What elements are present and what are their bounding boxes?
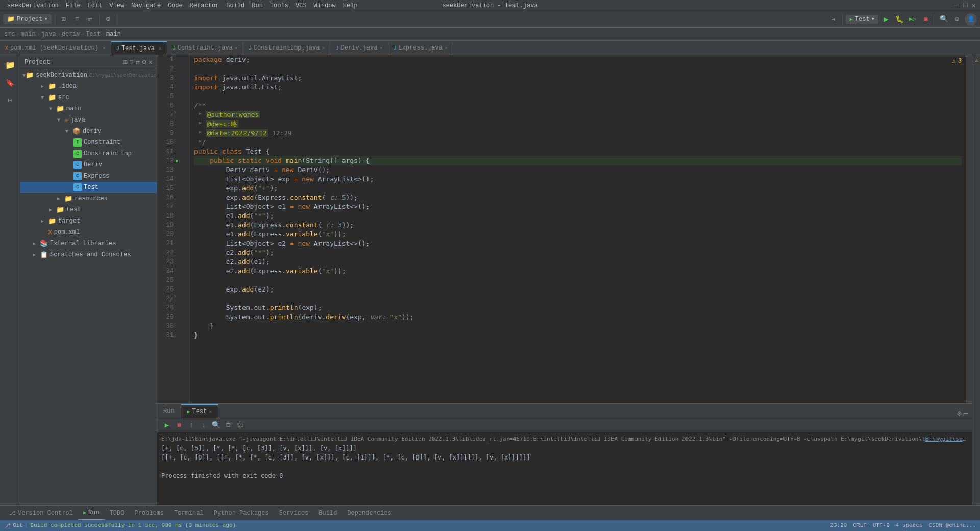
tree-item-test-folder[interactable]: ▶ 📁 test bbox=[20, 204, 157, 215]
stop-bottom-button[interactable]: ■ bbox=[174, 420, 185, 431]
sidebar-btn-3[interactable]: ⇄ bbox=[136, 58, 140, 66]
tree-item-constraintimp[interactable]: C ConstraintImp bbox=[20, 148, 157, 159]
tree-item-express[interactable]: C Express bbox=[20, 171, 157, 182]
run-gutter-icon[interactable]: ▶ bbox=[176, 158, 184, 164]
toolbar-btn-3[interactable]: ⇄ bbox=[85, 14, 96, 25]
csdn-link[interactable]: CSDN @china... bbox=[929, 522, 976, 528]
menu-item-vcs[interactable]: VCS bbox=[292, 1, 310, 10]
menu-item-refactor[interactable]: Refactor bbox=[187, 1, 223, 10]
code-content[interactable]: package deriv; import java.util.ArrayLis… bbox=[190, 55, 966, 403]
toolbar-btn-4[interactable]: ⚙ bbox=[103, 14, 114, 25]
breadcrumb-main[interactable]: main bbox=[21, 31, 36, 38]
menu-item-edit[interactable]: Edit bbox=[85, 1, 106, 10]
close-bottom-tab-icon[interactable]: ✕ bbox=[209, 408, 212, 415]
status-tab-dependencies[interactable]: Dependencies bbox=[342, 506, 396, 520]
run-button[interactable]: ▶ bbox=[880, 14, 892, 25]
tree-item-constraint[interactable]: I Constraint bbox=[20, 137, 157, 148]
tree-item-main[interactable]: ▼ 📁 main bbox=[20, 103, 157, 114]
toolbar-btn-2[interactable]: ≡ bbox=[71, 14, 83, 25]
tree-item-target[interactable]: ▶ 📁 target bbox=[20, 215, 157, 227]
bottom-tab-run[interactable]: Run bbox=[157, 404, 181, 418]
tree-item-deriv-pkg[interactable]: ▼ 📦 deriv bbox=[20, 126, 157, 137]
run-with-coverage-button[interactable]: ▶▷ bbox=[907, 14, 918, 25]
tab-constraintimp[interactable]: J ConstraintImp.java ✕ bbox=[243, 41, 331, 55]
status-tab-terminal[interactable]: Terminal bbox=[169, 506, 209, 520]
close-tab-icon-deriv[interactable]: ✕ bbox=[380, 45, 383, 51]
breadcrumb-java[interactable]: java bbox=[41, 31, 56, 38]
toolbar-btn-1[interactable]: ⊞ bbox=[58, 14, 69, 25]
avatar[interactable]: 👤 bbox=[965, 13, 977, 26]
bottom-toolbar-btn-3[interactable]: 🔍 bbox=[210, 420, 222, 431]
tree-item-resources[interactable]: ▶ 📁 resources bbox=[20, 193, 157, 204]
breadcrumb-deriv[interactable]: deriv bbox=[62, 31, 80, 38]
tree-item-idea[interactable]: ▶ 📁 .idea bbox=[20, 81, 157, 92]
close-tab-icon-constraintimp[interactable]: ✕ bbox=[322, 45, 325, 51]
menu-item-view[interactable]: View bbox=[106, 1, 127, 10]
maximize-button[interactable]: □ bbox=[963, 1, 967, 10]
menu-item-seekderivation[interactable]: seekDerivation bbox=[4, 1, 62, 10]
status-tab-build[interactable]: Build bbox=[313, 506, 342, 520]
status-tab-problems[interactable]: Problems bbox=[129, 506, 169, 520]
breadcrumb-test[interactable]: Test bbox=[86, 31, 101, 38]
bottom-toolbar-btn-5[interactable]: 🗂 bbox=[235, 420, 246, 431]
menu-item-build[interactable]: Build bbox=[223, 1, 248, 10]
search-everywhere-button[interactable]: 🔍 bbox=[938, 14, 949, 25]
close-tab-icon[interactable]: ✕ bbox=[103, 45, 106, 51]
sidebar-btn-2[interactable]: ≡ bbox=[129, 58, 133, 66]
project-selector[interactable]: 📁 Project ▼ bbox=[3, 14, 52, 24]
menu-item-code[interactable]: Code bbox=[165, 1, 186, 10]
bottom-toolbar-btn-1[interactable]: ↑ bbox=[186, 420, 197, 431]
status-tab-todo[interactable]: TODO bbox=[105, 506, 130, 520]
close-tab-icon-express[interactable]: ✕ bbox=[445, 45, 448, 51]
bottom-tab-test[interactable]: ▶ Test ✕ bbox=[181, 404, 219, 418]
notification-icon[interactable]: ⚠ bbox=[973, 57, 979, 63]
settings-button[interactable]: ⚙ bbox=[951, 14, 963, 25]
bottom-content[interactable]: E:\jdk-11\bin\java.exe "-javaagent:E:\In… bbox=[157, 432, 972, 505]
project-icon[interactable]: 📁 bbox=[2, 57, 18, 74]
bottom-minimize-icon[interactable]: ─ bbox=[964, 409, 968, 418]
tree-item-scratches[interactable]: ▶ 📋 Scratches and Consoles bbox=[20, 249, 157, 260]
tree-item-root[interactable]: ▼ 📁 seekDerivation E:\mygit\seekDerivati… bbox=[20, 69, 157, 81]
structure-icon[interactable]: ⊟ bbox=[2, 92, 18, 108]
debug-button[interactable]: 🐛 bbox=[894, 14, 905, 25]
tab-constraint[interactable]: J Constraint.java ✕ bbox=[167, 41, 243, 55]
menu-item-window[interactable]: Window bbox=[311, 1, 339, 10]
menu-item-run[interactable]: Run bbox=[249, 1, 266, 10]
rerun-button[interactable]: ▶ bbox=[161, 420, 173, 431]
close-tab-icon-constraint[interactable]: ✕ bbox=[235, 45, 238, 51]
sidebar-btn-4[interactable]: ⚙ bbox=[142, 58, 146, 66]
close-tab-icon-test[interactable]: ✕ bbox=[159, 45, 162, 52]
tree-item-src[interactable]: ▼ 📁 src bbox=[20, 92, 157, 103]
status-tab-version-control[interactable]: ⎇ Version Control bbox=[4, 506, 78, 520]
tab-express[interactable]: J Express.java ✕ bbox=[388, 41, 453, 55]
bottom-settings-icon[interactable]: ⚙ bbox=[957, 409, 961, 418]
tab-deriv[interactable]: J Deriv.java ✕ bbox=[330, 41, 388, 55]
breadcrumb-src[interactable]: src bbox=[4, 31, 15, 38]
status-tab-services[interactable]: Services bbox=[274, 506, 314, 520]
bookmark-icon[interactable]: 🔖 bbox=[2, 75, 18, 91]
menu-item-help[interactable]: Help bbox=[340, 1, 361, 10]
close-button[interactable]: ✕ bbox=[972, 1, 976, 10]
tab-test-java[interactable]: J Test.java ✕ bbox=[111, 41, 167, 55]
editor-scrollbar[interactable] bbox=[966, 55, 972, 403]
sidebar-hide-btn[interactable]: ✕ bbox=[149, 58, 153, 66]
menu-item-file[interactable]: File bbox=[63, 1, 84, 10]
tab-pom-xml[interactable]: X pom.xml (seekDerivation) ✕ bbox=[0, 41, 111, 55]
run-config-selector[interactable]: ▶ Test ▼ bbox=[846, 15, 878, 24]
sidebar-btn-1[interactable]: ⊞ bbox=[123, 58, 127, 66]
menu-item-tools[interactable]: Tools bbox=[267, 1, 291, 10]
tree-item-deriv-class[interactable]: C Deriv bbox=[20, 159, 157, 171]
bottom-toolbar-btn-2[interactable]: ↓ bbox=[198, 420, 209, 431]
status-tab-run[interactable]: ▶ Run bbox=[78, 506, 105, 520]
toolbar-btn-back[interactable]: ◂ bbox=[828, 14, 839, 25]
tree-item-pom[interactable]: X pom.xml bbox=[20, 227, 157, 238]
tree-item-ext-libs[interactable]: ▶ 📚 External Libraries bbox=[20, 238, 157, 249]
status-tab-python[interactable]: Python Packages bbox=[209, 506, 274, 520]
tree-item-java[interactable]: ▼ ☕ java bbox=[20, 114, 157, 126]
minimize-button[interactable]: ─ bbox=[955, 1, 959, 10]
breadcrumb-main-method[interactable]: main bbox=[106, 31, 121, 38]
code-editor[interactable]: 1 2 3 4 5 6 bbox=[157, 55, 972, 403]
menu-item-navigate[interactable]: Navigate bbox=[128, 1, 164, 10]
bottom-toolbar-btn-4[interactable]: ⊟ bbox=[223, 420, 234, 431]
stop-button[interactable]: ■ bbox=[920, 14, 932, 25]
